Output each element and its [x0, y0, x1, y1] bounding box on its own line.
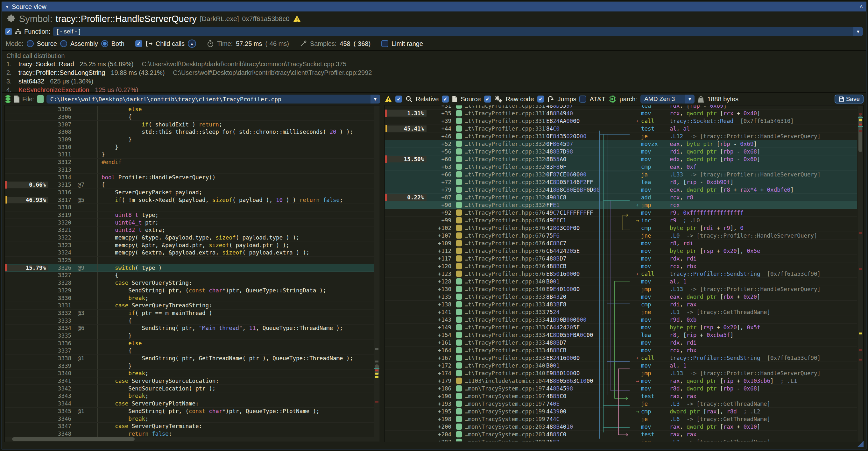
source-line[interactable]: 3335 } [5, 332, 374, 340]
operands[interactable]: al, 1 [670, 278, 857, 285]
child-call-item[interactable]: 1. tracy::Socket::Read 25.25 ms (54.89%)… [6, 60, 862, 68]
source-code[interactable]: break; [101, 370, 374, 377]
mnemonic[interactable]: add [641, 194, 670, 201]
child-call-name[interactable]: KeSynchronizeExecution [19, 86, 89, 92]
assembly-row[interactable]: +204 …mon\TracySystem.cpp:203 4885C0 tes… [385, 431, 857, 438]
operands[interactable]: eax, dword ptr [rbx + 0x20] [670, 294, 857, 300]
mnemonic[interactable]: lea [641, 332, 670, 338]
radio-assembly[interactable] [60, 40, 67, 47]
source-location[interactable]: …t\TracyProfiler.cpp:3332 [465, 309, 546, 315]
instruction-offset[interactable]: +63 [427, 164, 451, 170]
mnemonic[interactable]: mov [641, 294, 670, 300]
line-number[interactable]: 3335 [49, 332, 71, 339]
operands[interactable]: rdx, rdi [670, 339, 857, 346]
source-line[interactable]: 3320 uint64_t ptr; [5, 219, 374, 227]
operands[interactable]: .L0 -> [tracy::Profiler::HandleServerQue… [670, 233, 857, 239]
mnemonic[interactable]: mov [641, 148, 670, 155]
instruction-offset[interactable]: +102 [427, 225, 451, 231]
source-line[interactable]: 3332 @3 if( ptr == m_mainThread ) [5, 309, 374, 317]
assembly-row[interactable]: +90 …t\TracyProfiler.cpp:3326 FFE1 ‹ jmp… [385, 201, 857, 209]
line-number[interactable]: 3342 [49, 385, 71, 392]
line-number[interactable]: 3310 [49, 144, 71, 150]
instruction-offset[interactable]: +128 [427, 278, 451, 285]
source-code[interactable]: } [101, 363, 374, 369]
source-code[interactable]: #endif [101, 159, 374, 165]
line-number[interactable]: 3305 [49, 106, 71, 113]
assembly-row[interactable]: 45.41% +44 …t\TracyProfiler.cpp:3317 84C… [385, 125, 857, 132]
source-code[interactable]: } [101, 332, 374, 339]
source-location[interactable]: …t\TracyProfiler.cpp:3401 [465, 362, 546, 369]
source-location[interactable]: …mon\TracySystem.cpp:199 [465, 416, 546, 422]
function-combo[interactable]: [ - self - ] ▼ [53, 27, 863, 36]
instruction-offset[interactable]: +112 [427, 248, 451, 254]
assembly-row[interactable]: +99 …t\TracyProfiler.hpp:676 49FFC1 → in… [385, 217, 857, 224]
mnemonic[interactable]: cmp [641, 164, 670, 170]
source-location[interactable]: …t\TracyProfiler.cpp:3326 [465, 156, 546, 162]
line-number[interactable]: 3312 [49, 159, 71, 165]
instruction-offset[interactable]: +161 [427, 339, 451, 346]
operands[interactable]: r8d, dword ptr [rbp - 0x68] [670, 385, 857, 392]
source-location[interactable]: …t\TracyProfiler.cpp:3334 [465, 317, 546, 323]
line-number[interactable]: 3345 [49, 408, 71, 414]
assembly-row[interactable]: +164 …t\TracyProfiler.cpp:3334 488BCB mo… [385, 347, 857, 354]
assembly-row[interactable]: +167 …t\TracyProfiler.cpp:3334 E82416000… [385, 354, 857, 362]
mnemonic[interactable]: jne [641, 439, 670, 442]
instruction-offset[interactable]: +149 [427, 324, 451, 331]
operands[interactable]: r8, rdi [670, 240, 857, 246]
source-location[interactable]: …t\TracyProfiler.cpp:3317 [465, 110, 546, 117]
source-horizontal-scrollbar[interactable] [5, 437, 374, 442]
source-location[interactable]: …t\TracyProfiler.cpp:3334 [465, 332, 546, 338]
operands[interactable]: eax, 0xf [670, 164, 857, 170]
source-code[interactable]: else [101, 106, 374, 113]
source-line[interactable]: 3333 { [5, 317, 374, 325]
line-number[interactable]: 3325 [49, 257, 71, 263]
child-call-name[interactable]: tracy::Profiler::SendLongString [19, 69, 105, 77]
operands[interactable]: al, 1 [670, 362, 857, 369]
source-line[interactable]: 3307 if( shouldExit ) return; [5, 121, 374, 128]
assembly-row[interactable]: +66 …t\TracyProfiler.cpp:3326 0F87CE0600… [385, 171, 857, 178]
mnemonic[interactable]: test [641, 125, 670, 132]
mnemonic[interactable]: mov [641, 385, 670, 392]
source-location[interactable]: …t\TracyProfiler.cpp:3326 [465, 187, 546, 193]
source-location[interactable]: …t\TracyProfiler.cpp:3334 [465, 355, 546, 361]
source-code[interactable]: if( !m_sock->Read( &payload, sizeof( pay… [101, 197, 374, 203]
source-line[interactable]: 3327 { [5, 272, 374, 279]
source-code[interactable]: memcpy( &type, &payload.type, sizeof( pa… [101, 234, 374, 241]
assembly-row[interactable]: +161 …t\TracyProfiler.cpp:3334 488BD7 mo… [385, 339, 857, 347]
line-number[interactable]: 3324 [49, 249, 71, 256]
source-code[interactable]: case ServerQueryThreadString: [101, 302, 374, 309]
source-location[interactable]: …t\TracyProfiler.cpp:3401 [465, 286, 546, 292]
operands[interactable]: r9, 0xffffffffffffffff [670, 210, 857, 216]
assembly-row[interactable]: +198 …mon\TracySystem.cpp:199 744C je .L… [385, 415, 857, 423]
source-line[interactable]: 3348 return false; [5, 430, 374, 437]
assembly-row[interactable]: +174 …t\TracyProfiler.cpp:3401 E9B801000… [385, 369, 857, 377]
source-location[interactable]: …mon\TracySystem.cpp:197 [465, 401, 546, 407]
chevron-down-icon[interactable]: ▼ [685, 95, 694, 103]
source-line[interactable]: 15.79% 3326 @9 switch( type ) [5, 264, 374, 272]
instruction-offset[interactable]: +141 [427, 309, 451, 315]
source-vertical-scrollbar[interactable] [374, 106, 379, 442]
source-code[interactable]: { [101, 182, 374, 188]
operands[interactable]: rcx, rbx [670, 263, 857, 269]
operands[interactable]: rdx, rdi [670, 255, 857, 262]
source-line[interactable]: 3337 { [5, 347, 374, 355]
mnemonic[interactable]: jne [641, 233, 670, 239]
source-code[interactable]: { [101, 318, 374, 324]
line-number[interactable]: 3336 [49, 340, 71, 347]
mnemonic[interactable]: mov [641, 210, 670, 216]
instruction-offset[interactable]: +52 [427, 141, 451, 147]
source-code[interactable]: case ServerQueryPlotName: [101, 400, 374, 407]
source-location[interactable]: …t\TracyProfiler.hpp:676 [465, 240, 546, 246]
chevron-down-icon[interactable]: ▼ [371, 95, 380, 103]
line-number[interactable]: 3326 [49, 265, 71, 271]
line-number[interactable]: 3333 [49, 318, 71, 324]
source-location[interactable]: …mon\TracySystem.cpp:203 [465, 439, 546, 442]
line-number[interactable]: 3311 [49, 151, 71, 158]
source-line[interactable]: 3306 { [5, 113, 374, 121]
instruction-offset[interactable]: +190 [427, 393, 451, 399]
instruction-offset[interactable]: +117 [427, 255, 451, 262]
line-number[interactable]: 3322 [49, 234, 71, 241]
mnemonic[interactable]: movzx [641, 141, 670, 147]
source-line[interactable]: 3312 #endif [5, 159, 374, 166]
source-line[interactable]: 3316 ServerQueryPacket payload; [5, 189, 374, 197]
